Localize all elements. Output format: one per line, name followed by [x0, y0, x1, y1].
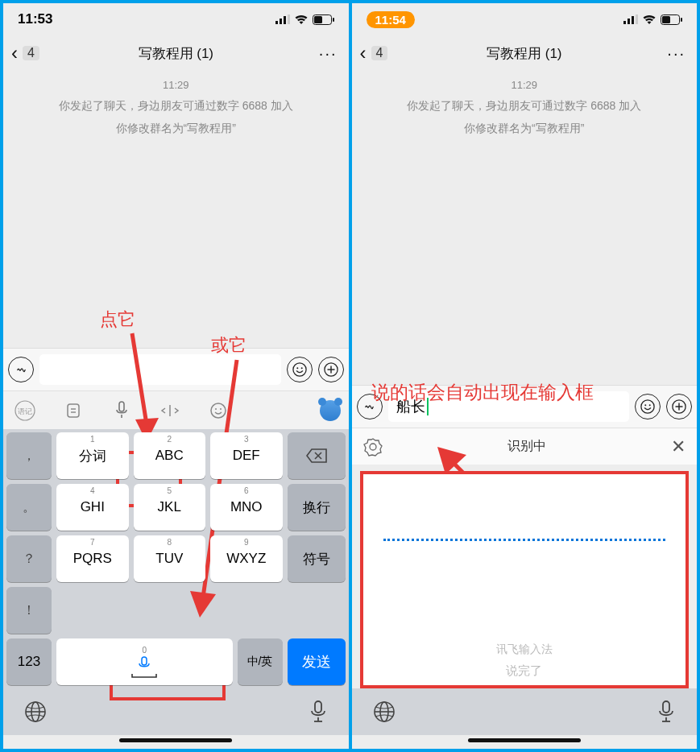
svg-rect-3	[288, 14, 290, 24]
system-time: 11:29	[163, 79, 189, 91]
key-punct-qmark[interactable]: ？	[6, 535, 52, 582]
voice-toggle-button[interactable]	[8, 357, 34, 382]
svg-point-48	[649, 404, 651, 406]
svg-rect-37	[623, 21, 626, 24]
status-time: 11:53	[18, 11, 52, 27]
chat-input-bar	[3, 348, 349, 390]
svg-point-27	[220, 408, 222, 410]
svg-point-11	[292, 363, 305, 376]
key-6[interactable]: 6MNO	[210, 484, 283, 531]
nav-bar: ‹ 4 写教程用 (1) ···	[352, 35, 698, 71]
key-lang-toggle[interactable]: 中/英	[238, 638, 283, 685]
input-text: 船长	[396, 397, 425, 416]
svg-text:语记: 语记	[18, 407, 32, 415]
key-1[interactable]: 1分词	[56, 432, 129, 479]
key-3[interactable]: 3DEF	[210, 432, 283, 479]
ime-brand: 讯飞输入法	[496, 643, 553, 657]
voice-panel-header: 识别中 ✕	[352, 428, 698, 465]
waveform-placeholder	[383, 539, 665, 541]
assistant-avatar-icon[interactable]	[320, 400, 341, 421]
plus-button[interactable]	[666, 394, 692, 419]
system-msg: 你发起了聊天，身边朋友可通过数字 6688 加入	[59, 99, 293, 114]
voice-toggle-button[interactable]	[357, 394, 383, 419]
emoji-button[interactable]	[287, 357, 313, 382]
svg-rect-19	[68, 404, 79, 417]
toolbar-emoji-button[interactable]	[205, 397, 232, 424]
toolbar-mic-button[interactable]	[108, 397, 135, 424]
key-backspace[interactable]	[288, 432, 346, 479]
key-2[interactable]: 2ABC	[134, 432, 206, 479]
voice-panel-body[interactable]: 讯飞输入法 说完了	[360, 471, 690, 688]
chat-title: 写教程用 (1)	[352, 44, 698, 63]
back-badge: 4	[371, 46, 388, 60]
svg-rect-38	[628, 19, 630, 24]
back-button[interactable]: ‹ 4	[360, 42, 388, 64]
cellular-icon	[275, 14, 290, 24]
nav-bar: ‹ 4 写教程用 (1) ···	[3, 35, 349, 71]
svg-point-47	[644, 404, 646, 406]
svg-point-46	[641, 400, 654, 413]
settings-icon[interactable]	[363, 437, 383, 457]
wifi-icon	[642, 14, 657, 25]
chat-input-bar: 船长	[352, 385, 698, 428]
key-9[interactable]: 9WXYZ	[210, 535, 283, 582]
toolbar-cursor-button[interactable]	[156, 397, 184, 424]
globe-icon[interactable]	[373, 700, 396, 723]
battery-icon	[313, 14, 334, 25]
status-icons-group	[623, 14, 682, 25]
message-area: 11:29 你发起了聊天，身边朋友可通过数字 6688 加入 你修改群名为“写教…	[352, 71, 698, 385]
key-8[interactable]: 8TUV	[134, 535, 206, 582]
key-4[interactable]: 4GHI	[56, 484, 129, 531]
wifi-icon	[294, 14, 309, 25]
key-send[interactable]: 发送	[288, 638, 346, 685]
svg-rect-34	[315, 701, 321, 713]
svg-point-26	[215, 408, 217, 410]
key-newline[interactable]: 换行	[288, 484, 346, 531]
message-input[interactable]: 船长	[388, 391, 630, 422]
mic-icon[interactable]	[309, 700, 328, 724]
more-button[interactable]: ···	[664, 44, 689, 63]
svg-rect-5	[314, 16, 322, 23]
key-5[interactable]: 5JKL	[134, 484, 206, 531]
svg-rect-1	[280, 19, 282, 24]
key-symbols[interactable]: 符号	[288, 535, 346, 582]
key-punct-period[interactable]: 。	[6, 484, 52, 531]
svg-rect-2	[284, 16, 286, 24]
toolbar-clipboard-button[interactable]	[60, 397, 87, 424]
toolbar-voice-badge-button[interactable]: 语记	[11, 397, 39, 424]
key-7[interactable]: 7PQRS	[56, 535, 129, 582]
svg-rect-42	[662, 16, 670, 23]
svg-marker-52	[364, 439, 382, 456]
voice-status: 识别中	[507, 438, 546, 455]
globe-icon[interactable]	[24, 700, 47, 723]
t9-keyboard: ， 1分词 2ABC 3DEF 。 4GHI 5JKL 6MNO 换行 ？ 7P…	[3, 429, 349, 688]
system-msg: 你发起了聊天，身边朋友可通过数字 6688 加入	[407, 99, 641, 114]
key-space-mic[interactable]: 0	[56, 638, 233, 685]
key-punct-comma[interactable]: ，	[6, 432, 52, 479]
plus-button[interactable]	[318, 357, 344, 382]
system-time: 11:29	[511, 79, 537, 91]
more-button[interactable]: ···	[316, 44, 341, 63]
voice-done-hint: 说完了	[506, 663, 542, 679]
keyboard-footer	[3, 688, 349, 735]
status-time-pill: 11:54	[367, 11, 415, 28]
chevron-left-icon: ‹	[11, 42, 18, 64]
key-123[interactable]: 123	[6, 638, 52, 685]
message-input[interactable]	[39, 354, 281, 385]
status-icons-group	[275, 14, 334, 25]
svg-rect-43	[681, 18, 682, 22]
message-area: 11:29 你发起了聊天，身边朋友可通过数字 6688 加入 你修改群名为“写教…	[3, 71, 349, 348]
text-cursor	[427, 398, 429, 415]
mic-icon[interactable]	[657, 700, 676, 724]
svg-rect-30	[142, 657, 147, 665]
system-msg: 你修改群名为“写教程用”	[464, 122, 584, 136]
emoji-button[interactable]	[635, 394, 661, 419]
keyboard-footer	[352, 688, 698, 735]
key-punct-excl[interactable]: ！	[6, 587, 52, 634]
close-button[interactable]: ✕	[671, 436, 686, 457]
svg-rect-6	[333, 18, 334, 22]
back-button[interactable]: ‹ 4	[11, 42, 39, 64]
svg-point-25	[211, 403, 226, 418]
back-badge: 4	[23, 46, 39, 60]
right-screenshot: 11:54 ‹ 4 写教程用 (1) ··· 11:29 你发起了聊天，身边朋友…	[352, 3, 698, 749]
